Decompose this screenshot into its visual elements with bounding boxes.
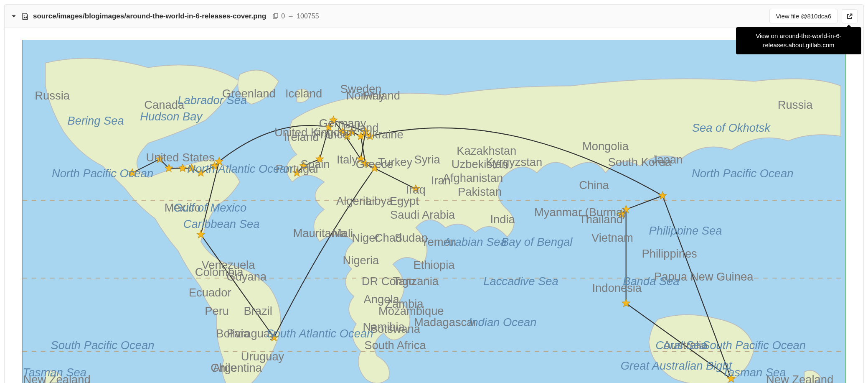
svg-text:Indian Ocean: Indian Ocean (469, 316, 537, 329)
svg-text:Vietnam: Vietnam (591, 231, 633, 244)
svg-text:Syria: Syria (414, 153, 440, 166)
svg-text:Gulf of Mexico: Gulf of Mexico (173, 201, 246, 214)
svg-text:Finland: Finland (363, 89, 400, 102)
svg-text:Arabian Sea: Arabian Sea (443, 235, 507, 248)
svg-text:South Africa: South Africa (364, 339, 426, 352)
svg-text:Philippines: Philippines (642, 247, 697, 260)
svg-text:Sea of Okhotsk: Sea of Okhotsk (692, 121, 771, 134)
external-link-tooltip: View on around-the-world-in-6-releases.a… (736, 27, 861, 54)
mode-arrow: → (287, 13, 294, 20)
svg-text:Afghanistan: Afghanistan (443, 171, 503, 184)
external-link-button[interactable]: View on around-the-world-in-6-releases.a… (842, 9, 858, 23)
svg-text:Saudi Arabia: Saudi Arabia (390, 208, 455, 221)
image-file-icon (21, 13, 29, 20)
svg-text:Ecuador: Ecuador (189, 286, 231, 299)
map-image: CanadaRussiaRussiaGreenlandIcelandUnited… (23, 40, 845, 383)
svg-text:Chile: Chile (211, 361, 236, 374)
svg-text:Brazil: Brazil (244, 304, 272, 317)
svg-text:South Pacific Ocean: South Pacific Ocean (702, 339, 806, 352)
file-path: source/images/blogimages/around-the-worl… (33, 12, 266, 20)
svg-text:Uruguay: Uruguay (241, 350, 284, 363)
svg-text:North Pacific Ocean: North Pacific Ocean (692, 167, 793, 180)
svg-text:South Pacific Ocean: South Pacific Ocean (51, 339, 155, 352)
svg-text:Italy: Italy (337, 153, 358, 166)
collapse-toggle[interactable] (10, 14, 17, 19)
svg-text:Labrador Sea: Labrador Sea (178, 94, 247, 107)
file-diff-panel: source/images/blogimages/around-the-worl… (4, 4, 864, 383)
copy-icon (272, 13, 279, 20)
file-header: source/images/blogimages/around-the-worl… (5, 5, 863, 28)
svg-text:China: China (579, 179, 609, 192)
svg-text:Kyrgyzstan: Kyrgyzstan (486, 156, 542, 169)
svg-text:South Atlantic Ocean: South Atlantic Ocean (266, 327, 373, 340)
svg-text:Hudson Bay: Hudson Bay (140, 110, 203, 123)
view-file-label: View file @810dca6 (776, 13, 831, 20)
svg-text:Tanzania: Tanzania (393, 275, 439, 288)
svg-text:Russia: Russia (35, 89, 70, 102)
svg-text:Great Australian Bight: Great Australian Bight (621, 359, 733, 372)
file-body: CanadaRussiaRussiaGreenlandIcelandUnited… (5, 28, 863, 383)
svg-text:Mongolia: Mongolia (582, 140, 629, 153)
svg-text:Guyana: Guyana (226, 270, 267, 283)
file-mode-change: 0 → 100755 (272, 13, 319, 20)
svg-text:Egypt: Egypt (390, 194, 419, 207)
svg-text:Banda Sea: Banda Sea (623, 275, 679, 288)
mode-before: 0 (281, 13, 285, 20)
svg-text:Philippine Sea: Philippine Sea (649, 224, 722, 237)
svg-text:Tasman Sea: Tasman Sea (23, 366, 86, 379)
svg-text:Bering Sea: Bering Sea (67, 114, 124, 127)
svg-text:Coral Sea: Coral Sea (655, 339, 706, 352)
svg-text:Ukraine: Ukraine (364, 128, 403, 141)
svg-text:Botswana: Botswana (370, 322, 421, 335)
svg-text:Nigeria: Nigeria (343, 254, 379, 267)
svg-text:Russia: Russia (778, 98, 813, 111)
view-file-button[interactable]: View file @810dca6 (769, 9, 838, 23)
svg-text:North Atlantic Ocean: North Atlantic Ocean (187, 162, 292, 175)
svg-text:North Pacific Ocean: North Pacific Ocean (52, 167, 153, 180)
svg-text:Madagascar: Madagascar (414, 316, 477, 329)
svg-text:Turkey: Turkey (378, 156, 413, 169)
svg-text:Libya: Libya (365, 194, 393, 207)
mode-after: 100755 (297, 13, 319, 20)
svg-text:India: India (490, 213, 515, 226)
svg-text:Ethiopia: Ethiopia (414, 258, 455, 271)
svg-text:Peru: Peru (205, 304, 229, 317)
svg-text:Mali: Mali (332, 227, 353, 240)
svg-text:South Korea: South Korea (608, 156, 672, 169)
image-preview-frame: CanadaRussiaRussiaGreenlandIcelandUnited… (22, 40, 846, 383)
svg-text:Thailand: Thailand (579, 213, 623, 226)
external-link-icon (846, 13, 853, 20)
svg-text:Bay of Bengal: Bay of Bengal (501, 235, 573, 248)
svg-text:France: France (313, 128, 349, 141)
svg-point-0 (24, 15, 25, 16)
svg-text:Pakistan: Pakistan (458, 185, 502, 198)
svg-text:Iceland: Iceland (285, 87, 322, 100)
svg-text:Caribbean Sea: Caribbean Sea (183, 217, 260, 230)
svg-rect-2 (274, 13, 278, 18)
svg-text:Laccadive Sea: Laccadive Sea (483, 275, 558, 288)
